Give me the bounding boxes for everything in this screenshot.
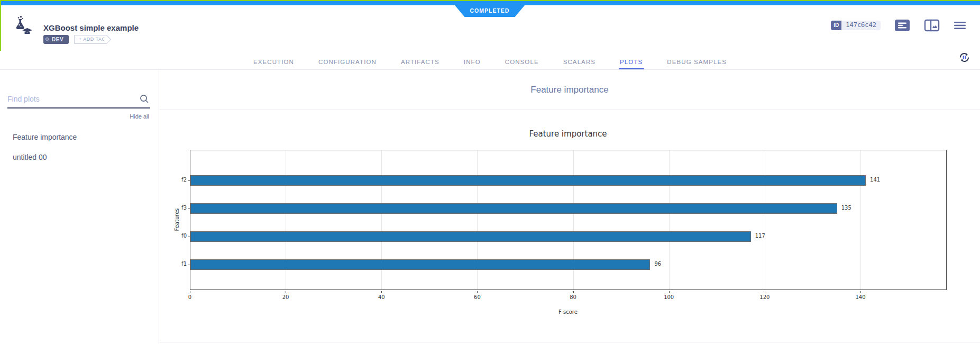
gear-icon: ⚙ [45,35,50,44]
experiment-logo-icon [12,16,33,36]
main-body: Hide all Feature importance untitled 00 … [0,70,980,344]
x-tick-mark [286,291,286,293]
tab-info[interactable]: INFO [463,54,482,69]
tab-execution[interactable]: EXECUTION [252,54,295,69]
x-tick-mark [477,291,478,293]
tab-plots[interactable]: PLOTS [619,54,644,69]
header-controls: ID 147c6c42 [831,19,966,32]
add-tag-label: + ADD TAG [79,37,106,42]
x-tick-mark [573,291,574,293]
app-window: COMPLETED XGBoost simple example ⚙ DEV +… [0,0,980,344]
x-tick-label: 60 [469,294,485,300]
plots-content: Feature importance Feature importance 02… [159,70,980,344]
y-tick-label: f0 [163,233,187,239]
plot-list: Feature importance untitled 00 [0,127,159,167]
top-accent-strip [0,0,980,1]
plot-frame [190,150,947,290]
tags-row: ⚙ DEV + ADD TAG [43,35,107,44]
chart-title: Feature importance [529,129,607,139]
tab-artifacts[interactable]: ARTIFACTS [400,54,441,69]
tab-configuration[interactable]: CONFIGURATION [317,54,378,69]
y-tick-label: f1 [163,261,187,267]
x-tick-label: 120 [757,294,773,300]
dev-tag[interactable]: ⚙ DEV [43,35,69,44]
left-accent-strip [0,1,1,51]
x-tick-label: 140 [853,294,868,300]
tab-console[interactable]: CONSOLE [504,54,540,69]
x-tick-mark [860,291,861,293]
tab-debug-samples[interactable]: DEBUG SAMPLES [666,54,728,69]
search-icon[interactable] [140,94,149,106]
split-view-chart-icon[interactable] [924,19,940,32]
dev-tag-label: DEV [52,37,63,42]
details-view-icon[interactable] [894,19,910,32]
hide-all-link[interactable]: Hide all [0,113,149,120]
plot-list-item-feature-importance[interactable]: Feature importance [0,127,159,147]
x-tick-mark [765,291,765,293]
x-tick-mark [669,291,670,293]
plot-list-item-untitled-00[interactable]: untitled 00 [0,147,159,167]
x-tick-label: 100 [661,294,677,300]
y-axis-label: Features [174,209,180,231]
x-tick-label: 40 [373,294,389,300]
top-status-bar [0,1,980,5]
x-tick-label: 20 [278,294,294,300]
bottom-divider [159,342,980,342]
y-tick-label: f2 [163,177,187,183]
status-badge: COMPLETED [455,5,525,17]
x-axis-label: F score [558,309,578,315]
x-tick-label: 80 [565,294,581,300]
x-tick-mark [381,291,382,293]
x-tick-mark [190,291,190,293]
experiment-id-chip[interactable]: ID 147c6c42 [831,21,881,30]
id-badge-icon: ID [831,21,841,30]
plot-search [7,94,150,108]
x-tick-label: 0 [182,294,198,300]
feature-importance-chart: Feature importance 020406080100120140f21… [159,70,980,344]
experiment-id-value: 147c6c42 [841,21,881,30]
auto-refresh-icon[interactable] [958,51,970,66]
tab-scalars[interactable]: SCALARS [562,54,597,69]
menu-icon[interactable] [954,20,966,31]
add-tag-button[interactable]: + ADD TAG [74,35,107,44]
tab-bar: EXECUTION CONFIGURATION ARTIFACTS INFO C… [241,54,739,69]
experiment-title: XGBoost simple example [43,23,139,32]
search-input[interactable] [7,95,136,103]
plots-sidebar: Hide all Feature importance untitled 00 [0,70,159,344]
